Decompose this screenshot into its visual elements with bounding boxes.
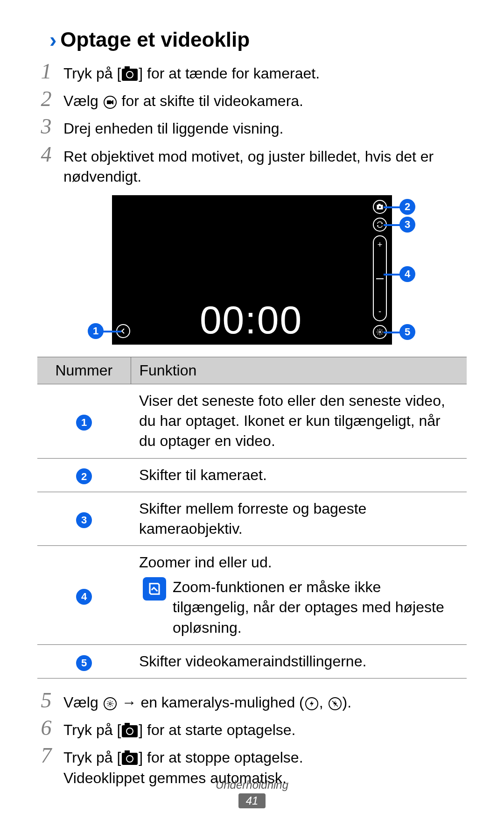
table-row: 2 Skifter til kameraet. bbox=[37, 458, 467, 492]
callout-badge-2: 2 bbox=[399, 199, 415, 215]
section-title: Optage et videoklip bbox=[60, 28, 250, 51]
callout-badge-3: 3 bbox=[399, 217, 415, 233]
note-icon bbox=[143, 577, 166, 601]
steps-list: 1 Tryk på [] for at tænde for kameraet. … bbox=[37, 61, 467, 187]
viewfinder-right-column: + - bbox=[368, 195, 392, 345]
text: for at skifte til videokamera. bbox=[118, 92, 303, 109]
steps-list-continued: 5 Vælg → en kameralys-mulighed (, ). 6 T… bbox=[37, 690, 467, 788]
svg-point-4 bbox=[379, 331, 381, 333]
text: → en kameralys-mulighed ( bbox=[118, 694, 304, 711]
record-timer: 00:00 bbox=[134, 297, 368, 343]
table-row: 5 Skifter videokameraindstillingerne. bbox=[37, 644, 467, 678]
camera-key-icon bbox=[122, 725, 138, 737]
step-6: 6 Tryk på [] for at starte optagelse. bbox=[37, 717, 467, 740]
zoom-minus-icon: - bbox=[378, 307, 381, 317]
text: ). bbox=[343, 694, 352, 711]
number-badge: 5 bbox=[76, 655, 92, 671]
step-number: 2 bbox=[37, 88, 55, 110]
text: ] for at tænde for kameraet. bbox=[139, 65, 320, 82]
step-3: 3 Drej enheden til liggende visning. bbox=[37, 116, 467, 139]
step-5: 5 Vælg → en kameralys-mulighed (, ). bbox=[37, 690, 467, 713]
function-desc: Skifter videokameraindstillingerne. bbox=[131, 644, 467, 678]
section-name: Underholdning bbox=[0, 778, 504, 792]
function-desc: Viser det seneste foto eller den seneste… bbox=[131, 384, 467, 458]
svg-point-5 bbox=[109, 702, 111, 704]
text: Tryk på [ bbox=[63, 749, 121, 766]
function-table: Nummer Funktion 1 Viser det seneste foto… bbox=[37, 357, 467, 679]
step-number: 3 bbox=[37, 116, 55, 137]
callout-badge-5: 5 bbox=[399, 324, 415, 340]
text: Zoomer ind eller ud. bbox=[139, 552, 458, 573]
text: Vælg bbox=[63, 92, 103, 109]
number-badge: 3 bbox=[76, 512, 92, 528]
col-header-function: Funktion bbox=[131, 357, 467, 384]
flash-on-icon bbox=[305, 697, 318, 710]
step-text: Ret objektivet mod motivet, og juster bi… bbox=[63, 144, 467, 187]
text: ] for at starte optagelse. bbox=[139, 721, 295, 738]
note-text: Zoom-funktionen er måske ikke tilgængeli… bbox=[173, 577, 458, 638]
step-number: 5 bbox=[37, 690, 55, 711]
text: ] for at stoppe optagelse. bbox=[139, 749, 303, 766]
zoom-plus-icon: + bbox=[378, 240, 383, 250]
step-number: 7 bbox=[37, 745, 55, 766]
camera-viewfinder-figure: + - 00:00 1 2 3 4 5 bbox=[93, 195, 411, 345]
table-row: 1 Viser det seneste foto eller den senes… bbox=[37, 384, 467, 458]
text: Vælg bbox=[63, 694, 103, 711]
section-heading: › Optage et videoklip bbox=[49, 28, 467, 51]
page-number: 41 bbox=[238, 793, 266, 808]
text: Tryk på [ bbox=[63, 721, 121, 738]
number-badge: 2 bbox=[76, 468, 92, 484]
table-row: 4 Zoomer ind eller ud. Zoom-funktionen e… bbox=[37, 546, 467, 645]
table-row: 3 Skifter mellem forreste og bageste kam… bbox=[37, 492, 467, 545]
step-4: 4 Ret objektivet mod motivet, og juster … bbox=[37, 144, 467, 187]
step-text: Vælg → en kameralys-mulighed (, ). bbox=[63, 690, 467, 713]
step-text: Drej enheden til liggende visning. bbox=[63, 116, 467, 139]
step-2: 2 Vælg for at skifte til videokamera. bbox=[37, 88, 467, 111]
camera-key-icon bbox=[122, 69, 138, 81]
zoom-divider bbox=[376, 278, 384, 279]
settings-gear-icon bbox=[104, 697, 117, 710]
chevron-icon: › bbox=[49, 29, 56, 50]
step-text: Tryk på [] for at tænde for kameraet. bbox=[63, 61, 467, 84]
function-desc: Skifter til kameraet. bbox=[131, 458, 467, 492]
step-number: 1 bbox=[37, 61, 55, 82]
svg-point-3 bbox=[379, 206, 381, 208]
col-header-number: Nummer bbox=[37, 357, 131, 384]
viewfinder-left-column bbox=[112, 195, 134, 345]
function-desc: Skifter mellem forreste og bageste kamer… bbox=[131, 492, 467, 545]
callout-badge-1: 1 bbox=[88, 323, 104, 339]
function-desc: Zoomer ind eller ud. Zoom-funktionen er … bbox=[131, 546, 467, 645]
step-text: Tryk på [] for at starte optagelse. bbox=[63, 717, 467, 740]
camera-key-icon bbox=[122, 753, 138, 765]
step-number: 4 bbox=[37, 144, 55, 165]
step-number: 6 bbox=[37, 717, 55, 739]
step-1: 1 Tryk på [] for at tænde for kameraet. bbox=[37, 61, 467, 84]
number-badge: 1 bbox=[76, 415, 92, 431]
flash-off-icon bbox=[329, 697, 342, 710]
svg-rect-0 bbox=[107, 100, 111, 104]
zoom-slider: + - bbox=[373, 235, 387, 321]
text: , bbox=[319, 694, 328, 711]
svg-rect-2 bbox=[378, 204, 380, 205]
number-badge: 4 bbox=[76, 589, 92, 605]
callout-badge-4: 4 bbox=[399, 266, 415, 282]
step-text: Vælg for at skifte til videokamera. bbox=[63, 88, 467, 111]
video-mode-icon bbox=[104, 96, 117, 109]
viewfinder-screen: + - 00:00 bbox=[112, 195, 392, 345]
page-footer: Underholdning 41 bbox=[0, 778, 504, 808]
text: Tryk på [ bbox=[63, 65, 121, 82]
